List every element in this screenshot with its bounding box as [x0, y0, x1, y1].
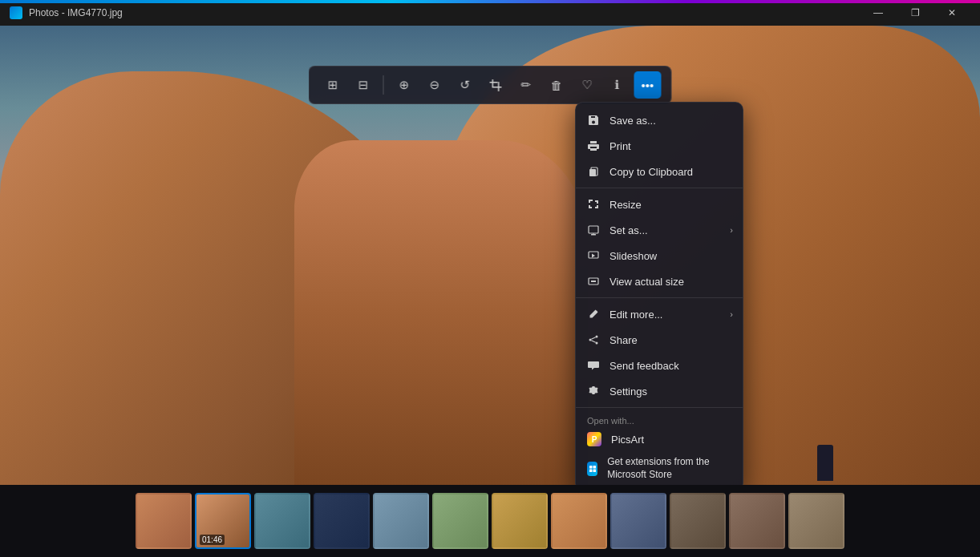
svg-line-14 [591, 337, 595, 340]
filmstrip-thumb-7[interactable] [492, 493, 548, 549]
svg-line-15 [591, 341, 595, 343]
menu-item-copy-clipboard[interactable]: Copy to Clipboard [576, 159, 743, 184]
share-icon [587, 333, 600, 346]
filmstrip-thumb-8[interactable] [551, 493, 607, 549]
filmstrip-thumb-11[interactable] [729, 493, 785, 549]
context-menu: Save as... Print Copy to Clipboard Resiz… [575, 102, 743, 485]
set-as-icon [587, 224, 600, 236]
ms-store-label: Get extensions from the Microsoft Store [607, 456, 731, 481]
svg-rect-19 [593, 469, 596, 472]
zoom-in-button[interactable]: ⊕ [391, 71, 418, 99]
menu-item-print[interactable]: Print [576, 133, 743, 159]
rock-center [294, 140, 589, 485]
titlebar-controls: — ❐ ✕ [860, 0, 970, 26]
filmstrip-thumb-3[interactable] [254, 493, 310, 549]
resize-label: Resize [609, 199, 642, 211]
edit-more-icon [587, 308, 600, 321]
filmstrip-thumb-5[interactable] [373, 493, 429, 549]
menu-divider-2 [576, 297, 743, 298]
set-as-label: Set as... [609, 224, 648, 236]
print-icon [587, 139, 600, 152]
favorite-button[interactable]: ♡ [573, 71, 601, 99]
svg-rect-16 [589, 466, 593, 469]
svg-point-11 [596, 336, 598, 338]
svg-rect-5 [589, 169, 596, 176]
filmstrip-thumb-10[interactable] [670, 493, 726, 549]
menu-item-save-as[interactable]: Save as... [576, 107, 743, 133]
filmstrip-thumb-4[interactable] [314, 493, 370, 549]
filmstrip-thumb-9[interactable] [610, 493, 666, 549]
svg-rect-17 [593, 466, 596, 469]
svg-rect-1 [492, 79, 493, 87]
rotate-button[interactable]: ↺ [452, 71, 479, 99]
toolbar-divider-1 [383, 75, 384, 95]
filmstrip-thumb-2[interactable]: 01:46 [195, 493, 251, 549]
photo-area: ⊞ ⊟ ⊕ ⊖ ↺ ✏ 🗑 ♡ ℹ ••• Save as... [0, 26, 980, 485]
app-icon [10, 6, 22, 19]
svg-rect-2 [492, 87, 501, 88]
delete-button[interactable]: 🗑 [543, 71, 570, 99]
gallery-view-button[interactable]: ⊞ [319, 71, 346, 99]
view-actual-icon [587, 275, 600, 288]
zoom-out-button[interactable]: ⊖ [421, 71, 448, 99]
film-duration-2: 01:46 [200, 535, 225, 545]
edit-button[interactable]: ✏ [512, 71, 540, 99]
send-feedback-label: Send feedback [609, 360, 679, 372]
more-options-button[interactable]: ••• [634, 71, 662, 99]
save-as-label: Save as... [609, 115, 656, 127]
menu-item-ms-store[interactable]: Get extensions from the Microsoft Store [576, 451, 743, 485]
menu-item-view-actual[interactable]: View actual size [576, 268, 743, 294]
svg-rect-6 [589, 226, 598, 233]
svg-rect-7 [591, 234, 596, 236]
filmstrip-thumb-1[interactable] [136, 493, 192, 549]
titlebar-left: Photos - IMG4770.jpg [10, 6, 123, 19]
picsart-icon: P [587, 432, 601, 446]
minimize-button[interactable]: — [860, 0, 897, 26]
resize-icon [587, 198, 600, 211]
slideshow-label: Slideshow [609, 250, 657, 262]
menu-item-share[interactable]: Share [576, 327, 743, 353]
save-as-icon [587, 114, 600, 127]
edit-more-label: Edit more... [609, 309, 662, 321]
ms-store-icon [587, 462, 597, 476]
window-title: Photos - IMG4770.jpg [29, 7, 123, 18]
svg-rect-3 [498, 82, 500, 91]
svg-rect-0 [489, 82, 497, 83]
svg-rect-18 [589, 469, 593, 472]
settings-icon [587, 385, 600, 398]
print-label: Print [609, 140, 631, 152]
filmstrip-thumb-6[interactable] [432, 493, 488, 549]
filmstrip: 01:46 [0, 485, 980, 557]
close-button[interactable]: ✕ [933, 0, 970, 26]
titlebar: Photos - IMG4770.jpg — ❐ ✕ [0, 0, 980, 26]
maximize-button[interactable]: ❐ [897, 0, 933, 26]
menu-item-slideshow[interactable]: Slideshow [576, 243, 743, 268]
menu-item-edit-more[interactable]: Edit more... › [576, 301, 743, 327]
share-label: Share [609, 334, 638, 346]
person-figure [817, 445, 833, 481]
svg-point-12 [596, 342, 598, 345]
filmstrip-view-button[interactable]: ⊟ [350, 71, 377, 99]
copy-clipboard-icon [587, 165, 600, 178]
view-actual-label: View actual size [609, 276, 684, 288]
slideshow-icon [587, 249, 600, 262]
svg-rect-8 [593, 233, 594, 234]
settings-label: Settings [609, 385, 647, 398]
menu-item-set-as[interactable]: Set as... › [576, 217, 743, 243]
menu-item-send-feedback[interactable]: Send feedback [576, 353, 743, 378]
menu-divider-1 [576, 188, 743, 188]
crop-icon [489, 79, 501, 91]
win11-accent-bar [0, 0, 980, 3]
set-as-arrow: › [730, 225, 733, 235]
crop-button[interactable] [482, 71, 509, 99]
menu-item-picsart[interactable]: P PicsArt [576, 427, 743, 451]
open-with-label: Open with... [576, 411, 743, 427]
info-button[interactable]: ℹ [604, 71, 631, 99]
menu-item-resize[interactable]: Resize [576, 192, 743, 217]
filmstrip-thumb-12[interactable] [788, 493, 844, 549]
menu-divider-3 [576, 407, 743, 408]
edit-more-arrow: › [730, 309, 733, 319]
picsart-label: PicsArt [611, 434, 644, 446]
menu-item-settings[interactable]: Settings [576, 378, 743, 404]
send-feedback-icon [587, 359, 600, 372]
